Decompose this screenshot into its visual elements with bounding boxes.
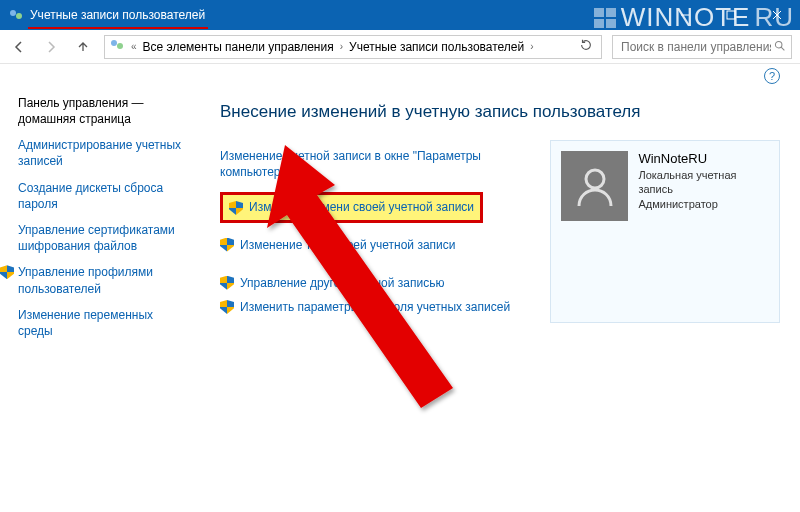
toolbar: « Все элементы панели управления › Учетн…	[0, 30, 800, 64]
task-label: Изменение учетной записи в окне "Парамет…	[220, 148, 532, 180]
watermark: WINNOTERU	[593, 2, 794, 33]
sidebar-link-label: Управление сертификатами шифрования файл…	[18, 222, 190, 254]
main-area: Панель управления — домашняя страница Ад…	[0, 88, 800, 512]
annotation-highlight-box: Изменение имени своей учетной записи	[220, 192, 483, 222]
search-icon[interactable]	[773, 39, 786, 55]
sidebar-heading[interactable]: Панель управления — домашняя страница	[18, 96, 190, 127]
sidebar-link-password-reset-disk[interactable]: Создание дискеты сброса пароля	[18, 180, 190, 212]
task-label: Изменение имени своей учетной записи	[249, 199, 474, 215]
annotation-title-underline	[28, 27, 208, 29]
page-title: Внесение изменений в учетную запись поль…	[220, 102, 780, 122]
account-type: Локальная учетная запись	[638, 168, 769, 197]
svg-line-13	[781, 47, 784, 50]
sidebar: Панель управления — домашняя страница Ад…	[0, 88, 200, 512]
account-card: WinNoteRU Локальная учетная запись Админ…	[550, 140, 780, 323]
back-button[interactable]	[8, 36, 30, 58]
task-links: Изменение учетной записи в окне "Парамет…	[220, 140, 532, 323]
chevron-right-icon: ›	[530, 41, 533, 52]
sidebar-link-user-profiles[interactable]: Управление профилями пользователей	[18, 264, 190, 296]
sidebar-link-label: Управление профилями пользователей	[18, 264, 190, 296]
sidebar-link-admin-accounts[interactable]: Администрирование учетных записей	[18, 137, 190, 169]
search-input[interactable]	[619, 39, 773, 55]
svg-rect-9	[606, 19, 616, 28]
users-icon	[109, 37, 125, 56]
breadcrumb-root[interactable]: «	[131, 41, 137, 52]
task-change-account-settings[interactable]: Изменение учетной записи в окне "Парамет…	[220, 148, 532, 180]
forward-button[interactable]	[40, 36, 62, 58]
breadcrumb-item[interactable]: Все элементы панели управления	[143, 40, 334, 54]
task-change-account-type[interactable]: Изменение типа своей учетной записи	[220, 237, 532, 253]
account-name: WinNoteRU	[638, 151, 769, 166]
up-button[interactable]	[72, 36, 94, 58]
shield-icon	[220, 238, 234, 252]
watermark-suffix: RU	[754, 2, 794, 33]
svg-point-11	[117, 43, 123, 49]
svg-point-10	[111, 40, 117, 46]
search-box[interactable]	[612, 35, 792, 59]
chevron-right-icon: ›	[340, 41, 343, 52]
watermark-brand: WINNOTE	[621, 2, 751, 33]
shield-icon	[229, 201, 243, 215]
svg-rect-6	[594, 8, 604, 17]
help-icon[interactable]: ?	[764, 68, 780, 84]
task-label: Управление другой учетной записью	[240, 275, 444, 291]
task-uac-settings[interactable]: Изменить параметры контроля учетных запи…	[220, 299, 532, 315]
help-row: ?	[0, 64, 800, 88]
sidebar-link-label: Создание дискеты сброса пароля	[18, 180, 190, 212]
avatar	[561, 151, 628, 221]
sidebar-link-label: Изменение переменных среды	[18, 307, 190, 339]
svg-rect-7	[606, 8, 616, 17]
shield-icon	[220, 300, 234, 314]
svg-point-1	[16, 13, 22, 19]
sidebar-link-env-vars[interactable]: Изменение переменных среды	[18, 307, 190, 339]
windows-logo-icon	[593, 6, 617, 30]
task-label: Изменение типа своей учетной записи	[240, 237, 455, 253]
account-role: Администратор	[638, 197, 769, 211]
breadcrumb-item[interactable]: Учетные записи пользователей	[349, 40, 524, 54]
content: Внесение изменений в учетную запись поль…	[200, 88, 800, 512]
breadcrumb[interactable]: « Все элементы панели управления › Учетн…	[104, 35, 602, 59]
svg-point-14	[586, 170, 604, 188]
svg-rect-8	[594, 19, 604, 28]
task-manage-other-account[interactable]: Управление другой учетной записью	[220, 275, 532, 291]
svg-point-0	[10, 10, 16, 16]
task-label: Изменить параметры контроля учетных запи…	[240, 299, 510, 315]
sidebar-link-encryption-certs[interactable]: Управление сертификатами шифрования файл…	[18, 222, 190, 254]
window-title: Учетные записи пользователей	[30, 8, 205, 22]
refresh-button[interactable]	[579, 38, 597, 55]
svg-point-12	[775, 41, 782, 48]
shield-icon	[220, 276, 234, 290]
task-change-account-name[interactable]: Изменение имени своей учетной записи	[220, 192, 532, 222]
sidebar-link-label: Администрирование учетных записей	[18, 137, 190, 169]
app-icon	[8, 7, 24, 23]
